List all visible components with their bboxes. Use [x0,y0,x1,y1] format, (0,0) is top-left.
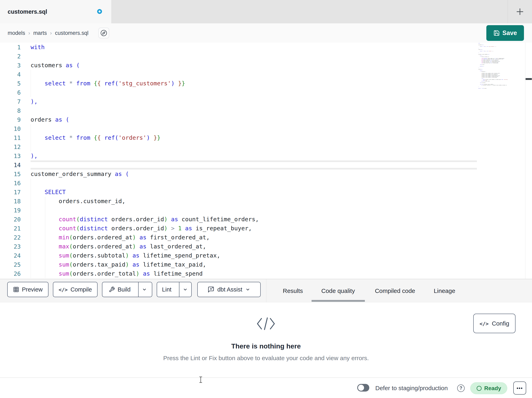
code-line[interactable]: 25 sum(orders.tax_paid) as lifetime_tax_… [0,260,532,269]
code-line[interactable]: 15customer_orders_summary as ( [0,170,532,179]
code-line[interactable]: 18 orders.customer_id, [0,197,532,206]
code-line-content: orders.customer_id, [31,197,477,206]
line-number: 2 [0,53,21,60]
code-line-content: customers as ( [31,61,477,70]
code-line-content: sum(orders.subtotal) as lifetime_spend_p… [31,251,477,260]
line-number: 19 [0,207,21,214]
code-line-content: count(distinct orders.order_id) > 1 as i… [31,224,477,233]
empty-state-description: Press the Lint or Fix button above to ev… [0,355,532,362]
code-line-content [31,52,477,61]
line-number: 1 [0,44,21,51]
code-line[interactable]: 6 [0,88,532,97]
code-line[interactable]: 7), [0,97,532,106]
line-number: 25 [0,261,21,268]
code-line[interactable]: 20 count(distinct orders.order_id) as co… [0,215,532,224]
defer-toggle[interactable] [357,384,369,391]
code-line[interactable]: 22 min(orders.ordered_at) as first_order… [0,233,532,242]
panel-tab-code-quality[interactable]: Code quality [321,287,355,294]
code-line-content [31,179,477,188]
code-line[interactable]: 21 count(distinct orders.order_id) > 1 a… [0,224,532,233]
code-editor[interactable]: 1with23customers as (45 select * from {{… [0,43,532,279]
code-line[interactable]: 9orders as ( [0,115,532,124]
file-tab-customers-sql[interactable]: customers.sql [0,0,111,23]
line-number: 4 [0,71,21,78]
active-tab-underline [311,300,365,302]
breadcrumb-segment-models[interactable]: models [8,30,25,36]
line-number: 20 [0,216,21,223]
compass-button[interactable] [98,28,109,39]
line-number: 24 [0,252,21,259]
more-options-button[interactable] [513,381,526,395]
breadcrumb-segment-marts[interactable]: marts [33,30,47,36]
ide-status-badge[interactable]: Ready [470,382,507,394]
line-number: 18 [0,198,21,205]
code-line[interactable]: 3customers as ( [0,61,532,70]
line-number: 14 [0,162,21,169]
breadcrumb: models›marts›customers.sql [8,23,89,43]
code-line-content: ), [31,151,477,160]
minimap[interactable]: with customers as ( select * from {{ ref… [478,43,525,89]
status-bar: Defer to staging/production Ready [0,378,532,398]
code-line-content: ), [31,97,477,106]
save-button[interactable]: Save [486,25,524,41]
ready-label: Ready [484,385,501,391]
code-line[interactable]: 5 select * from {{ ref('stg_customers') … [0,79,532,88]
question-circle-icon[interactable] [457,385,465,392]
line-number: 6 [0,89,21,96]
empty-state-title: There is nothing here [0,342,532,350]
code-line-content: customer_orders_summary as ( [31,170,477,179]
breadcrumb-segment-customers-sql[interactable]: customers.sql [55,30,89,36]
panel-tab-results[interactable]: Results [283,287,303,294]
code-line-content [31,206,477,215]
file-tab-label: customers.sql [8,8,47,15]
code-line[interactable]: 23 max(orders.ordered_at) as last_ordere… [0,242,532,251]
code-line[interactable]: 2 [0,52,532,61]
line-number: 13 [0,153,21,159]
line-number: 7 [0,98,21,105]
line-number: 12 [0,144,21,150]
panel-tab-compiled-code[interactable]: Compiled code [375,287,415,294]
tab-strip: customers.sql [0,0,532,23]
code-line-content: orders as ( [31,115,477,124]
new-tab-button[interactable] [514,6,526,18]
code-line-content: select * from {{ ref('orders') }} [31,133,477,142]
line-number: 17 [0,189,21,196]
panel-tab-lineage[interactable]: Lineage [434,287,455,294]
code-line-content [31,160,477,170]
code-line-content [31,142,477,151]
code-line[interactable]: 16 [0,179,532,188]
code-lines: 1with23customers as (45 select * from {{… [0,43,532,278]
unsaved-indicator-dot[interactable] [97,9,102,14]
line-number: 15 [0,171,21,177]
code-line[interactable]: 10 [0,124,532,133]
code-line[interactable]: 17 SELECT [0,188,532,197]
line-number: 11 [0,135,21,141]
code-line-content: min(orders.ordered_at) as first_ordered_… [31,233,477,242]
text-cursor-pointer [199,376,203,384]
tab-strip-divider [508,0,508,23]
line-number: 5 [0,80,21,87]
action-toolbar: Preview Compile Build Lint dbt Assi [0,279,532,302]
code-line[interactable]: 19 [0,206,532,215]
line-number: 23 [0,243,21,250]
floppy-disk-icon [493,30,500,36]
line-number: 21 [0,225,21,232]
compass-icon [100,30,107,36]
code-line[interactable]: 8 [0,106,532,115]
code-line[interactable]: 11 select * from {{ ref('orders') }} [0,133,532,142]
code-line[interactable]: 4 [0,70,532,79]
code-brackets-icon [480,320,488,327]
panel-tabs: ResultsCode qualityCompiled codeLineage [0,279,532,302]
code-line[interactable]: 1with [0,43,532,52]
code-line[interactable]: 14 [0,160,532,170]
code-line[interactable]: 24 sum(orders.subtotal) as lifetime_spen… [0,251,532,260]
code-line[interactable]: 13), [0,151,532,160]
code-line[interactable]: 12 [0,142,532,151]
dbt-ide-window: customers.sql models›marts›customers.sql… [0,0,532,398]
breadcrumb-separator: › [50,30,52,36]
line-number: 22 [0,234,21,241]
config-button[interactable]: Config [473,314,515,333]
scrollbar-thumb[interactable] [526,78,532,80]
code-line-content: SELECT [31,188,477,197]
code-line[interactable]: 26 sum(orders.order_total) as lifetime_s… [0,269,532,278]
